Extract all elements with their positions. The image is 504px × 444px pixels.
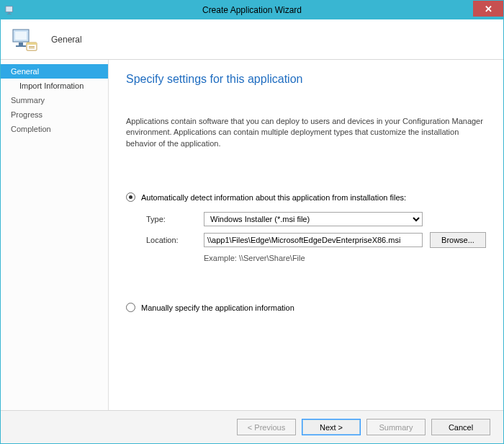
wizard-content: Specify settings for this application Ap… — [109, 60, 503, 410]
wizard-sidebar: General Import Information Summary Progr… — [1, 60, 109, 410]
radio-label: Automatically detect information about t… — [141, 193, 406, 202]
svg-rect-0 — [6, 6, 13, 12]
location-input[interactable] — [204, 233, 423, 247]
svg-rect-1 — [8, 13, 10, 14]
svg-rect-4 — [15, 32, 27, 40]
radio-icon — [126, 303, 135, 312]
sidebar-item-import-information[interactable]: Import Information — [1, 79, 108, 93]
close-icon: ✕ — [485, 4, 492, 14]
radio-auto-detect[interactable]: Automatically detect information about t… — [126, 192, 486, 202]
svg-rect-8 — [27, 43, 37, 45]
titlebar: Create Application Wizard ✕ — [1, 1, 503, 19]
browse-button[interactable]: Browse... — [430, 232, 486, 248]
content-heading: Specify settings for this application — [126, 73, 486, 86]
wizard-header: General — [1, 19, 503, 60]
svg-rect-10 — [29, 48, 35, 48]
svg-rect-2 — [7, 14, 12, 14]
svg-rect-9 — [29, 46, 35, 47]
svg-rect-5 — [19, 43, 23, 45]
previous-button: < Previous — [237, 419, 296, 435]
sidebar-item-label: Import Information — [19, 81, 84, 90]
next-button[interactable]: Next > — [302, 419, 361, 435]
location-label: Location: — [146, 236, 197, 244]
sidebar-item-summary[interactable]: Summary — [1, 93, 108, 107]
cancel-button[interactable]: Cancel — [431, 419, 490, 435]
wizard-header-icon — [11, 25, 40, 54]
wizard-footer: < Previous Next > Summary Cancel — [1, 410, 503, 443]
summary-button: Summary — [366, 419, 426, 435]
svg-rect-6 — [16, 45, 26, 47]
wizard-body: General Import Information Summary Progr… — [1, 60, 503, 410]
auto-detect-form: Type: Windows Installer (*.msi file) Loc… — [146, 212, 486, 262]
sidebar-item-label: General — [11, 67, 39, 76]
header-title: General — [51, 35, 82, 45]
wizard-window: Create Application Wizard ✕ General Gene… — [0, 0, 504, 444]
sidebar-item-completion[interactable]: Completion — [1, 122, 108, 136]
sidebar-item-label: Progress — [11, 110, 42, 119]
sidebar-item-progress[interactable]: Progress — [1, 107, 108, 122]
radio-icon — [126, 192, 135, 202]
type-select[interactable]: Windows Installer (*.msi file) — [204, 212, 423, 226]
sidebar-item-general[interactable]: General — [1, 64, 108, 79]
app-icon — [5, 5, 15, 15]
location-example: Example: \\Server\Share\File — [204, 254, 423, 262]
radio-label: Manually specify the application informa… — [141, 303, 294, 312]
sidebar-item-label: Summary — [11, 96, 45, 105]
window-title: Create Application Wizard — [202, 5, 302, 15]
type-label: Type: — [146, 215, 197, 223]
close-button[interactable]: ✕ — [473, 1, 503, 17]
radio-manual-specify[interactable]: Manually specify the application informa… — [126, 303, 486, 312]
sidebar-item-label: Completion — [11, 125, 51, 133]
content-description: Applications contain software that you c… — [126, 116, 486, 149]
